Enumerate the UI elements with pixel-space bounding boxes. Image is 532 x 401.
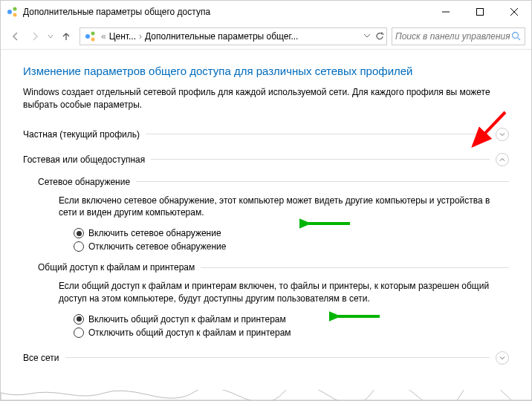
svg-point-0 — [7, 10, 12, 14]
divider — [136, 181, 509, 182]
divider — [201, 267, 509, 268]
radio-group-file-sharing: Включить общий доступ к файлам и принтер… — [74, 314, 509, 338]
radio-file-sharing-off[interactable]: Отключить общий доступ к файлам и принте… — [74, 327, 509, 338]
section-header-private[interactable]: Частная (текущий профиль) — [23, 125, 509, 144]
radio-label: Отключить сетевое обнаружение — [88, 241, 226, 252]
radio-network-discovery-off[interactable]: Отключить сетевое обнаружение — [74, 241, 509, 252]
radio-label: Включить общий доступ к файлам и принтер… — [88, 314, 286, 325]
radio-group-network-discovery: Включить сетевое обнаружение Отключить с… — [74, 228, 509, 252]
svg-point-7 — [85, 34, 90, 39]
subsection-file-sharing: Общий доступ к файлам и принтерам Если о… — [38, 262, 509, 338]
radio-icon — [74, 327, 84, 338]
search-box[interactable] — [392, 27, 525, 45]
section-private: Частная (текущий профиль) — [23, 125, 509, 144]
page-title: Изменение параметров общего доступа для … — [23, 65, 509, 77]
radio-icon — [74, 241, 84, 252]
chevron-up-icon[interactable] — [496, 153, 509, 166]
minimize-button[interactable] — [429, 1, 463, 23]
back-button[interactable] — [7, 27, 25, 45]
search-input[interactable] — [395, 31, 511, 42]
titlebar: Дополнительные параметры общего доступа — [1, 1, 531, 23]
page-description: Windows создает отдельный сетевой профил… — [23, 86, 509, 111]
torn-edge — [1, 390, 532, 400]
section-guest: Гостевая или общедоступная Сетевое обнар… — [23, 150, 509, 338]
up-button[interactable] — [57, 27, 75, 45]
search-icon[interactable] — [511, 31, 522, 42]
breadcrumb-part[interactable]: Дополнительные параметры общег... — [143, 31, 299, 42]
section-title: Частная (текущий профиль) — [23, 129, 140, 140]
window-title: Дополнительные параметры общего доступа — [23, 7, 429, 17]
svg-point-2 — [13, 13, 17, 17]
chevron-down-icon[interactable] — [496, 351, 509, 365]
section-all-networks: Все сети — [23, 348, 509, 368]
close-button[interactable] — [497, 1, 531, 23]
radio-file-sharing-on[interactable]: Включить общий доступ к файлам и принтер… — [74, 314, 509, 325]
section-header-guest[interactable]: Гостевая или общедоступная — [23, 150, 509, 169]
svg-line-11 — [518, 37, 521, 40]
refresh-icon[interactable] — [374, 31, 385, 42]
subsection-title: Сетевое обнаружение — [38, 177, 130, 187]
subsection-description: Если общий доступ к файлам и принтерам в… — [59, 280, 509, 305]
svg-point-10 — [513, 32, 519, 38]
radio-network-discovery-on[interactable]: Включить сетевое обнаружение — [74, 228, 509, 238]
divider — [146, 134, 490, 134]
svg-point-1 — [13, 7, 17, 11]
svg-point-8 — [91, 31, 95, 35]
radio-icon — [74, 228, 84, 238]
chevron-down-icon[interactable] — [496, 128, 509, 141]
svg-point-9 — [91, 37, 95, 41]
subsection-network-discovery: Сетевое обнаружение Если включено сетево… — [38, 177, 509, 252]
breadcrumb-part[interactable]: Цент... — [108, 31, 137, 42]
network-icon — [85, 30, 97, 42]
network-icon — [7, 6, 19, 18]
subsection-title: Общий доступ к файлам и принтерам — [38, 262, 195, 273]
forward-button[interactable] — [26, 27, 44, 45]
navbar: « Цент... › Дополнительные параметры общ… — [1, 23, 531, 50]
content-area: Изменение параметров общего доступа для … — [1, 50, 531, 388]
maximize-button[interactable] — [463, 1, 497, 23]
breadcrumb-sep: « — [100, 31, 108, 42]
address-bar[interactable]: « Цент... › Дополнительные параметры общ… — [80, 27, 387, 45]
subsection-description: Если включено сетевое обнаружение, этот … — [59, 195, 509, 220]
section-title: Все сети — [23, 353, 59, 363]
section-title: Гостевая или общедоступная — [23, 154, 145, 165]
radio-label: Отключить общий доступ к файлам и принте… — [88, 327, 291, 338]
svg-rect-4 — [477, 9, 484, 16]
breadcrumb-sep: › — [137, 31, 143, 42]
divider — [65, 357, 490, 358]
recent-dropdown[interactable] — [45, 27, 56, 45]
chevron-down-icon[interactable] — [363, 31, 372, 40]
radio-icon — [74, 314, 84, 325]
section-header-all[interactable]: Все сети — [23, 348, 509, 368]
radio-label: Включить сетевое обнаружение — [88, 228, 221, 238]
divider — [151, 159, 490, 160]
